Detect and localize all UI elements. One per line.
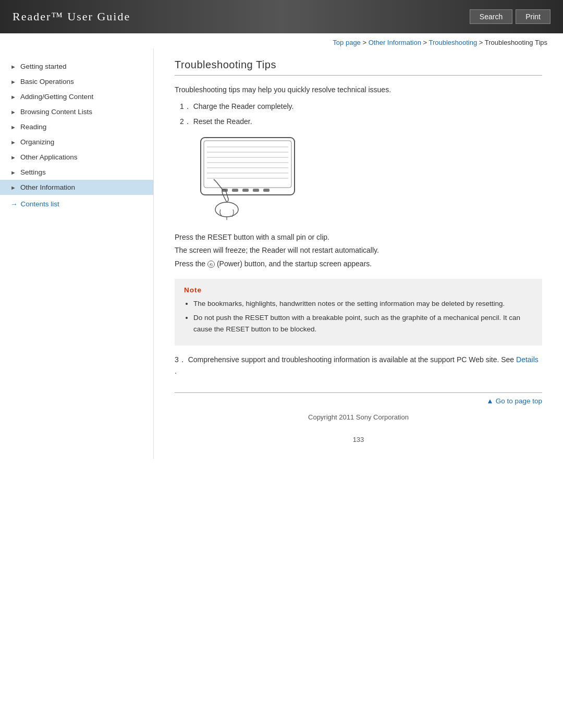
main-content: Troubleshooting Tips Troubleshooting tip…: [154, 48, 563, 459]
sidebar-item-reading[interactable]: ► Reading: [0, 119, 153, 134]
svg-rect-11: [242, 189, 249, 192]
breadcrumb-top-page[interactable]: Top page: [333, 39, 361, 46]
step-3-text-after: .: [175, 367, 177, 375]
press-line-2: The screen will freeze; the Reader will …: [175, 244, 542, 257]
note-title: Note: [184, 286, 533, 294]
press-line-3: Press the ⎋ (Power) button, and the star…: [175, 257, 542, 270]
intro-text: Troubleshooting tips may help you quickl…: [175, 84, 542, 95]
step-1-number: 1．: [180, 102, 191, 110]
page-number: 133: [175, 436, 542, 443]
contents-list-link[interactable]: → Contents list: [0, 195, 153, 213]
sidebar-item-label: Getting started: [20, 63, 67, 70]
sidebar-item-label: Organizing: [20, 138, 54, 146]
sidebar-item-label: Settings: [20, 168, 46, 176]
svg-rect-0: [201, 138, 295, 195]
sidebar-item-other-information[interactable]: ► Other Information: [0, 180, 153, 195]
sidebar: ► Getting started ► Basic Operations ► A…: [0, 48, 154, 459]
footer-bar: ▲ Go to page top: [175, 392, 542, 405]
arrow-right-icon: →: [10, 200, 18, 208]
reader-device-svg: [185, 132, 305, 221]
svg-line-15: [216, 182, 223, 190]
breadcrumb: Top page > Other Information > Troublesh…: [0, 33, 563, 48]
sidebar-item-other-applications[interactable]: ► Other Applications: [0, 150, 153, 165]
arrow-icon: ►: [10, 139, 16, 145]
sidebar-item-basic-operations[interactable]: ► Basic Operations: [0, 74, 153, 89]
arrow-icon: ►: [10, 169, 16, 176]
note-box: Note The bookmarks, highlights, handwrit…: [175, 279, 542, 346]
breadcrumb-current: Troubleshooting Tips: [485, 39, 547, 46]
go-to-top-link[interactable]: ▲ Go to page top: [486, 397, 542, 405]
contents-link-label: Contents list: [21, 200, 59, 208]
svg-rect-13: [263, 189, 270, 192]
go-to-top-label: Go to page top: [496, 397, 542, 405]
sidebar-item-getting-started[interactable]: ► Getting started: [0, 59, 153, 74]
note-list: The bookmarks, highlights, handwritten n…: [193, 298, 533, 335]
page-layout: ► Getting started ► Basic Operations ► A…: [0, 48, 563, 459]
sidebar-item-adding-getting-content[interactable]: ► Adding/Getting Content: [0, 89, 153, 104]
note-item-1: The bookmarks, highlights, handwritten n…: [193, 298, 533, 310]
sidebar-item-settings[interactable]: ► Settings: [0, 165, 153, 180]
step-3-number: 3．: [175, 355, 186, 364]
power-icon: ⎋: [207, 261, 215, 268]
go-to-top-icon: ▲: [486, 397, 493, 405]
svg-rect-12: [253, 189, 259, 192]
details-link[interactable]: Details: [516, 355, 538, 364]
search-button[interactable]: Search: [470, 9, 512, 24]
arrow-icon: ►: [10, 124, 16, 130]
header-actions: Search Print: [470, 9, 550, 24]
breadcrumb-other-information[interactable]: Other Information: [369, 39, 421, 46]
breadcrumb-troubleshooting[interactable]: Troubleshooting: [429, 39, 477, 46]
arrow-icon: ►: [10, 184, 16, 191]
sidebar-item-label: Other Applications: [20, 153, 78, 161]
app-title: Reader™ User Guide: [13, 10, 130, 23]
press-instructions: Press the RESET button with a small pin …: [175, 231, 542, 270]
device-illustration: [185, 132, 542, 223]
sidebar-item-label: Adding/Getting Content: [20, 93, 93, 101]
arrow-icon: ►: [10, 64, 16, 70]
svg-line-16: [214, 179, 216, 182]
svg-rect-1: [204, 141, 291, 188]
svg-rect-10: [232, 189, 238, 192]
arrow-icon: ►: [10, 79, 16, 85]
arrow-icon: ►: [10, 94, 16, 100]
step-3: 3． Comprehensive support and troubleshoo…: [175, 354, 542, 377]
sidebar-item-label: Browsing Content Lists: [20, 108, 92, 116]
step-2-number: 2．: [180, 117, 191, 126]
sidebar-item-label: Other Information: [20, 183, 75, 191]
sidebar-item-organizing[interactable]: ► Organizing: [0, 134, 153, 150]
arrow-icon: ►: [10, 154, 16, 161]
press-line-1: Press the RESET button with a small pin …: [175, 231, 542, 244]
sidebar-item-label: Basic Operations: [20, 78, 74, 85]
copyright: Copyright 2011 Sony Corporation: [175, 413, 542, 431]
step-2: 2． Reset the Reader.: [180, 116, 542, 127]
steps-list: 1． Charge the Reader completely. 2． Rese…: [180, 101, 542, 127]
step-1: 1． Charge the Reader completely.: [180, 101, 542, 112]
sidebar-item-browsing-content-lists[interactable]: ► Browsing Content Lists: [0, 104, 153, 119]
print-button[interactable]: Print: [516, 9, 550, 24]
note-item-2: Do not push the RESET button with a brea…: [193, 312, 533, 335]
step-3-text: Comprehensive support and troubleshootin…: [188, 355, 516, 364]
page-title: Troubleshooting Tips: [175, 59, 542, 76]
step-2-text: Reset the Reader.: [193, 117, 252, 126]
step-1-text: Charge the Reader completely.: [193, 102, 294, 110]
sidebar-item-label: Reading: [20, 123, 46, 131]
arrow-icon: ►: [10, 109, 16, 115]
page-header: Reader™ User Guide Search Print: [0, 0, 563, 33]
svg-point-14: [215, 202, 238, 217]
